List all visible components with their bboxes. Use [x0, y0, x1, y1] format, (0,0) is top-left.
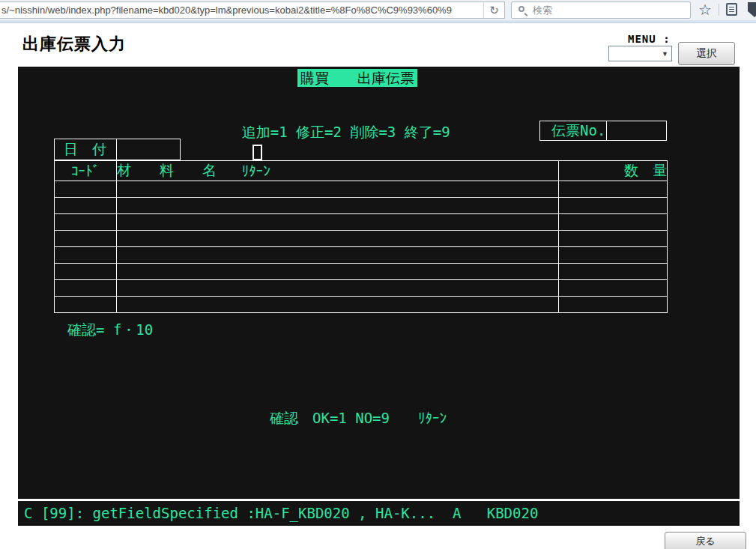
- status-bar: C [99]: getFieldSpecified :HA-F_KBD020 ,…: [18, 501, 740, 526]
- table-row: [55, 214, 668, 231]
- table-cell: [117, 264, 559, 280]
- table-row: [55, 198, 668, 214]
- table-row: [55, 247, 668, 264]
- mode-input-field[interactable]: [252, 145, 262, 160]
- reload-icon[interactable]: ↻: [483, 2, 504, 18]
- table-header-row: ｺｰﾄﾞ 材 料 名 数 量: [55, 161, 668, 181]
- table-cell: [559, 247, 668, 264]
- slip-no-field[interactable]: [608, 121, 666, 140]
- page-title: 出庫伝票入力: [22, 33, 126, 55]
- slip-table: ｺｰﾄﾞ 材 料 名 数 量: [54, 160, 668, 313]
- table-cell: [559, 280, 668, 297]
- screen-title: 購買 出庫伝票: [297, 69, 417, 87]
- table-cell: [559, 297, 668, 313]
- date-field[interactable]: [118, 139, 180, 160]
- table-cell: [117, 247, 559, 264]
- url-text: s/~nisshin/web/index.php?filename=kbd020…: [1, 2, 482, 18]
- table-cell: [55, 247, 117, 264]
- search-box[interactable]: 検索: [511, 1, 691, 19]
- table-cell: [117, 198, 559, 214]
- col-quantity: 数 量: [559, 161, 668, 181]
- table-row: [55, 264, 668, 280]
- table-cell: [117, 181, 559, 198]
- table-row: [55, 280, 668, 297]
- table-cell: [117, 297, 559, 313]
- toolbar-bottom-strip: [0, 20, 756, 23]
- table-cell: [117, 214, 559, 231]
- slip-no-box: 伝票No.: [539, 121, 667, 141]
- confirm-key-hint: 確認= f・10: [67, 321, 153, 340]
- table-cell: [55, 198, 117, 214]
- table-cell: [55, 280, 117, 297]
- mode-options: 追加=1 修正=2 削除=3 終了=9: [242, 124, 450, 140]
- back-button[interactable]: 戻る: [665, 532, 746, 549]
- table-cell: [559, 231, 668, 247]
- bookmark-star-icon[interactable]: ☆: [698, 1, 712, 19]
- table-row: [55, 231, 668, 247]
- col-material-name: 材 料 名: [117, 161, 559, 181]
- table-cell: [55, 264, 117, 280]
- status-message: C [99]: getFieldSpecified :HA-F_KBD020 ,…: [24, 501, 538, 526]
- table-cell: [559, 181, 668, 198]
- table-cell: [559, 214, 668, 231]
- table-cell: [117, 231, 559, 247]
- table-row: [55, 297, 668, 313]
- table-cell: [117, 280, 559, 297]
- table-row: [55, 181, 668, 198]
- terminal-screen: 購買 出庫伝票 追加=1 修正=2 削除=3 終了=9 ﾘﾀｰﾝ 伝票No. 日…: [18, 67, 740, 499]
- menu-select[interactable]: ▼: [608, 46, 672, 61]
- chevron-down-icon: ▼: [662, 50, 668, 58]
- slip-no-label: 伝票No.: [540, 121, 607, 140]
- toolbar-divider: [719, 4, 719, 16]
- search-icon: [518, 6, 524, 12]
- url-bar[interactable]: s/~nisshin/web/index.php?filename=kbd020…: [0, 1, 505, 19]
- col-code: ｺｰﾄﾞ: [55, 161, 117, 181]
- table-cell: [55, 214, 117, 231]
- search-placeholder: 検索: [533, 2, 552, 18]
- menu-label: MENU :: [628, 33, 671, 45]
- slip-table-body: [55, 181, 668, 313]
- table-cell: [55, 181, 117, 198]
- date-box: 日 付: [54, 139, 181, 160]
- bookmarks-menu-icon[interactable]: [726, 3, 737, 16]
- browser-toolbar: s/~nisshin/web/index.php?filename=kbd020…: [0, 0, 756, 20]
- table-cell: [55, 231, 117, 247]
- table-cell: [55, 297, 117, 313]
- mode-line: 追加=1 修正=2 削除=3 終了=9 ﾘﾀｰﾝ: [208, 103, 450, 122]
- date-label: 日 付: [55, 139, 117, 160]
- shield-icon[interactable]: [748, 2, 756, 17]
- table-cell: [559, 264, 668, 280]
- select-button[interactable]: 選択: [678, 42, 735, 65]
- table-cell: [559, 198, 668, 214]
- confirm-prompt: 確認 OK=1 NO=9 ﾘﾀｰﾝ: [270, 409, 447, 428]
